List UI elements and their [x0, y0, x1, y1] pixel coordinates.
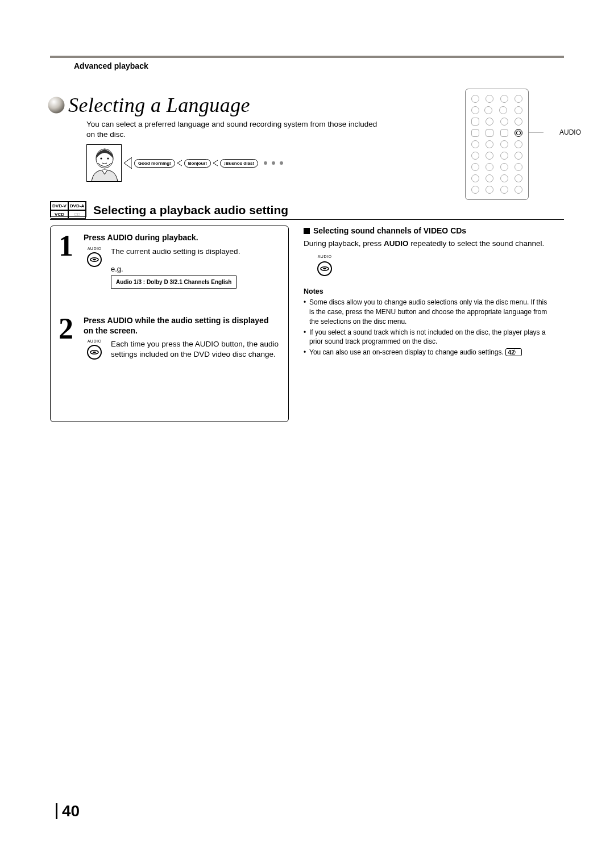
right-heading: Selecting sound channels of VIDEO CDs — [304, 226, 548, 237]
svg-point-0 — [48, 97, 65, 114]
sub-heading: Selecting a playback audio setting — [93, 203, 288, 217]
bullet-sphere-icon — [47, 95, 66, 115]
page-number: 40 — [56, 803, 80, 819]
step-heading: Press AUDIO while the audio setting is d… — [84, 316, 280, 336]
step-heading: Press AUDIO during playback. — [84, 233, 280, 243]
steps-box: 1 Press AUDIO during playback. AUDIO The… — [50, 226, 289, 422]
remote-audio-button — [515, 129, 522, 137]
remote-audio-label: AUDIO — [559, 128, 581, 136]
badge-dvda: DVD-A — [68, 202, 86, 210]
step-1: 1 Press AUDIO during playback. AUDIO The… — [59, 233, 280, 289]
square-bullet-icon — [304, 228, 310, 234]
step-text: The current audio setting is displayed. — [111, 247, 240, 257]
svg-point-2 — [100, 158, 102, 160]
svg-point-9 — [93, 352, 96, 353]
example-label: e.g. — [111, 265, 240, 273]
speech-bubble-1: Good morning! — [134, 159, 175, 168]
ellipsis-dots — [264, 161, 283, 165]
content-columns: 1 Press AUDIO during playback. AUDIO The… — [50, 226, 564, 422]
audio-button-icon: AUDIO — [84, 339, 105, 360]
sub-heading-row: DVD-V DVD-A VCD CD Selecting a playback … — [50, 201, 564, 220]
note-item: You can also use an on-screen display to… — [309, 348, 548, 357]
speech-bubble-3: ¡Buenos días! — [220, 159, 258, 168]
right-column: Selecting sound channels of VIDEO CDs Du… — [304, 226, 548, 422]
notes-heading: Notes — [304, 287, 548, 297]
note-item: If you select a sound track which is not… — [309, 328, 548, 347]
svg-point-3 — [107, 158, 109, 160]
notes-list: Some discs allow you to change audio sel… — [304, 298, 548, 357]
page-ref: 42 — [505, 348, 522, 356]
intro-text: You can select a preferred language and … — [86, 119, 382, 140]
step-number: 2 — [59, 316, 78, 360]
badge-dvdv: DVD-V — [51, 202, 68, 210]
speech-bubble-2: Bonjour! — [184, 159, 211, 168]
speech-tail-icon — [124, 157, 132, 169]
audio-button-icon: AUDIO — [314, 254, 335, 277]
note-item: Some discs allow you to change audio sel… — [309, 298, 548, 326]
badge-vcd: VCD — [51, 210, 68, 219]
right-text: During playback, press AUDIO repeatedly … — [304, 239, 548, 249]
callout-line — [529, 132, 544, 132]
bubble-connector-icon — [177, 159, 182, 167]
osd-example: Audio 1/3 : Dolby D 3/2.1 Channels Engli… — [111, 276, 237, 289]
step-number: 1 — [59, 233, 78, 289]
page-sheet: Advanced playback Selecting a Language Y… — [50, 56, 564, 422]
step-text: Each time you press the AUDIO button, th… — [111, 339, 280, 360]
svg-point-6 — [93, 259, 96, 261]
bubble-connector-icon — [213, 159, 218, 167]
disc-type-badges: DVD-V DVD-A VCD CD — [50, 201, 86, 217]
section-breadcrumb: Advanced playback — [50, 58, 564, 76]
remote-diagram — [465, 89, 529, 200]
svg-point-12 — [323, 268, 326, 269]
avatar-illustration — [86, 144, 122, 182]
audio-button-icon: AUDIO — [84, 247, 105, 289]
badge-cd: CD — [68, 210, 86, 219]
step-2: 2 Press AUDIO while the audio setting is… — [59, 316, 280, 360]
